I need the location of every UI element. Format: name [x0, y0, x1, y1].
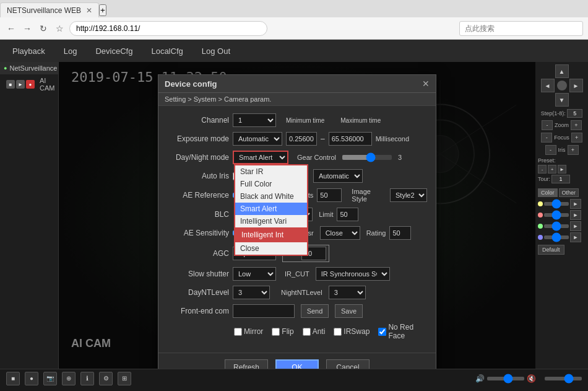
anti-checkbox[interactable] — [303, 328, 311, 336]
day-night-select[interactable]: Smart Alert — [233, 151, 288, 164]
dropdown-intelligent-int[interactable]: Intelligent Int — [235, 227, 307, 242]
search-input[interactable] — [459, 21, 583, 36]
record-btn[interactable]: ● — [25, 372, 38, 385]
flip-checkbox[interactable] — [272, 328, 280, 336]
ptz-right-button[interactable]: ► — [569, 79, 583, 92]
step-input[interactable] — [567, 109, 582, 118]
bookmark-button[interactable]: ☆ — [53, 22, 66, 35]
rating-input[interactable] — [389, 226, 411, 240]
hue-slider[interactable] — [544, 235, 569, 239]
no-red-face-checkbox[interactable] — [378, 328, 386, 336]
focus-plus-btn[interactable]: + — [571, 133, 582, 143]
exposure-select[interactable]: Automatic — [233, 132, 282, 146]
ptz-down-button[interactable]: ▼ — [555, 93, 569, 107]
dropdown-full-color[interactable]: Full Color — [235, 178, 307, 190]
app-nav: Playback Log DeviceCfg LocalCfg Log Out — [0, 40, 588, 62]
stop-btn[interactable]: ■ — [6, 372, 20, 385]
refresh-button[interactable]: ↻ — [37, 22, 50, 35]
preset-minus-btn[interactable]: - — [538, 165, 547, 174]
ptz-center[interactable] — [557, 81, 567, 90]
info-btn[interactable]: ℹ — [80, 372, 94, 385]
cam-play-btn[interactable]: ► — [16, 80, 25, 89]
zoom-row: - Zoom + — [538, 120, 586, 130]
ok-button[interactable]: OK — [275, 359, 319, 369]
image-style-select[interactable]: Style2 — [390, 188, 427, 202]
ptz-up-button[interactable]: ▲ — [555, 64, 569, 78]
modal-close-button[interactable]: ✕ — [422, 79, 430, 89]
refresh-button[interactable]: Refresh — [225, 359, 268, 369]
default-button[interactable]: Default — [538, 245, 564, 255]
hue-right-btn[interactable]: ► — [570, 232, 581, 242]
address-bar[interactable] — [69, 21, 267, 36]
modal-breadcrumb: Setting > System > Camera param. — [158, 93, 436, 106]
device-config-modal: Device config ✕ Setting > System > Camer… — [158, 74, 436, 369]
cancel-button[interactable]: Cancel — [326, 359, 370, 369]
max-time-input[interactable] — [329, 132, 372, 146]
image-style-label: Image Style — [352, 188, 384, 203]
focus-minus-btn[interactable]: - — [541, 133, 552, 143]
dropdown-close[interactable]: Close — [235, 242, 307, 255]
cam-stop-btn[interactable]: ■ — [6, 80, 15, 89]
iris-minus-btn[interactable]: - — [545, 145, 556, 155]
tour-input[interactable] — [551, 175, 570, 183]
night-nt-select[interactable]: 3 — [329, 286, 366, 299]
zoom-minus-btn[interactable]: - — [542, 120, 553, 130]
dropdown-star-ir[interactable]: Star IR — [235, 165, 307, 178]
save-button[interactable]: Save — [335, 304, 363, 318]
browser-toolbar: ← → ↻ ☆ — [0, 17, 588, 40]
forward-button[interactable]: → — [21, 22, 33, 35]
zoom-plus-btn[interactable]: + — [571, 120, 582, 130]
time-dash: – — [321, 134, 325, 143]
grid-btn[interactable]: ⊞ — [118, 372, 131, 385]
day-night-row: Day/Night mode Smart Alert Gear Control … — [167, 151, 427, 164]
send-button[interactable]: Send — [301, 304, 329, 318]
brightness-slider[interactable] — [544, 202, 569, 206]
brightness-control[interactable] — [545, 377, 582, 380]
nav-logout[interactable]: Log Out — [202, 42, 230, 61]
front-end-input[interactable] — [233, 304, 295, 318]
nav-localcfg[interactable]: LocalCfg — [151, 42, 183, 61]
dropdown-intelligent-vari[interactable]: Intelligent Vari — [235, 215, 307, 227]
limit-input[interactable] — [337, 208, 358, 221]
ae-defaults-input[interactable] — [317, 188, 342, 202]
irswap-checkbox[interactable] — [334, 328, 342, 336]
nav-playback[interactable]: Playback — [12, 42, 45, 61]
defogsr-select[interactable]: Close — [320, 226, 360, 240]
nav-devicecfg[interactable]: DeviceCfg — [95, 42, 132, 61]
cam-rec-btn[interactable]: ● — [26, 80, 35, 89]
contrast-right-btn[interactable]: ► — [570, 210, 581, 220]
tab-close-icon[interactable]: ✕ — [86, 6, 92, 15]
camera-feed: 2019-07-15 11:32:50 AI CAM Device config… — [59, 62, 535, 369]
back-button[interactable]: ← — [5, 22, 17, 35]
white-balance-select[interactable]: Automatic — [313, 169, 363, 183]
tour-label: Tour: — [538, 176, 550, 182]
contrast-slider[interactable] — [544, 213, 569, 217]
mirror-checkbox[interactable] — [234, 328, 242, 336]
ir-cut-select[interactable]: IR Synchronous Switc — [316, 267, 390, 281]
dropdown-smart-alert[interactable]: Smart Alert — [235, 203, 307, 215]
settings-btn[interactable]: ⚙ — [99, 372, 113, 385]
no-red-face-label: No Red Face — [388, 323, 427, 340]
dropdown-bw[interactable]: Black and White — [235, 190, 307, 203]
other-tab-button[interactable]: Other — [559, 188, 579, 197]
mute-icon: 🔇 — [527, 374, 536, 383]
day-nt-select[interactable]: 3 — [233, 286, 270, 299]
channel-select[interactable]: 1 — [233, 113, 276, 127]
snapshot-btn[interactable]: 📷 — [43, 372, 57, 385]
preset-plus-btn[interactable]: + — [548, 165, 556, 174]
iris-plus-btn[interactable]: + — [568, 145, 579, 155]
new-tab-button[interactable]: + — [99, 4, 106, 16]
preset-go-btn[interactable]: ► — [558, 165, 566, 174]
browser-tab[interactable]: NETSurveillance WEB ✕ — [0, 2, 99, 17]
ptz-left-button[interactable]: ◄ — [541, 79, 555, 92]
min-time-input[interactable] — [286, 132, 317, 146]
nav-log[interactable]: Log — [64, 42, 77, 61]
color-tab-button[interactable]: Color — [538, 188, 558, 197]
saturation-right-btn[interactable]: ► — [570, 221, 581, 231]
gear-control-slider[interactable] — [342, 155, 392, 160]
brightness-right-btn[interactable]: ► — [570, 199, 581, 209]
volume-slider[interactable] — [487, 377, 524, 380]
zoom-btn[interactable]: ⊕ — [62, 372, 76, 385]
slow-shutter-select[interactable]: Low — [233, 267, 276, 281]
saturation-slider[interactable] — [544, 224, 569, 228]
